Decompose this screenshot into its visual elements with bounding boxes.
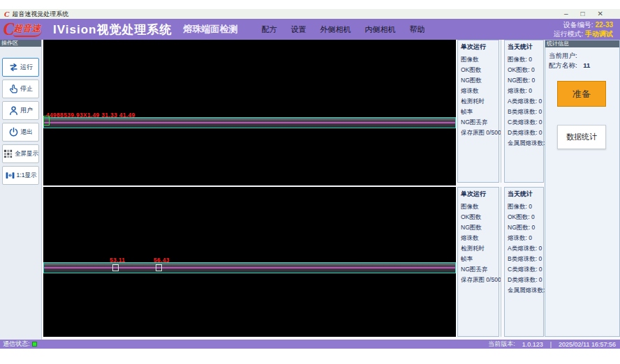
stat-row: NG图数 [461, 222, 499, 233]
device-number-label: 设备编号: [563, 21, 593, 29]
defect-marker-box [43, 116, 50, 126]
one-to-one-icon [5, 170, 15, 181]
main-area: 操作区 运行 停止 [0, 40, 620, 340]
stat-row: NG图数: 0 [508, 222, 543, 233]
fullscreen-button-label: 全屏显示 [15, 150, 38, 158]
sidebar-title: 操作区 [0, 40, 41, 47]
stat-row: OK图数: 0 [508, 212, 543, 222]
run-button-label: 运行 [20, 63, 33, 72]
stat-row: 帧率 [461, 254, 499, 264]
exit-button[interactable]: 退出 [2, 123, 39, 142]
stat-row: NG图数: 0 [508, 75, 543, 86]
menu-item[interactable]: 配方 [261, 24, 276, 35]
info-panel: 统计信息 当前用户: 配方名称: 11 准备 数据统计 [545, 40, 620, 337]
stat-row: 熔珠数: 0 [508, 86, 543, 96]
stat-row: NG图丢弃 [461, 117, 499, 128]
comm-status-led-icon [32, 342, 37, 347]
prepare-button[interactable]: 准备 [557, 81, 606, 107]
stat-row: C类熔珠数: 0 [508, 117, 543, 128]
brand-logo: C 超音速 [3, 20, 53, 38]
defect-marker-box [112, 264, 119, 271]
stat-row: 金属屑熔珠数: 0 [508, 138, 543, 149]
user-button[interactable]: 用户 [2, 101, 39, 120]
status-bar: 通信状态: 当前版本: 1.0.123 | 2025/02/11 16:57:5… [0, 340, 620, 349]
stat-row: OK图数: 0 [508, 65, 543, 75]
stat-row: 金属屑熔珠数: 0 [508, 285, 543, 296]
stat-row: 保存原图 0/500 [461, 128, 499, 138]
menu-item[interactable]: 帮助 [409, 24, 425, 35]
stat-row: D类熔珠数: 0 [508, 128, 543, 138]
version-value: 1.0.123 [522, 341, 543, 348]
stat-row: 熔珠数 [461, 86, 499, 96]
stat-row: NG图丢弃 [461, 264, 499, 275]
strip-detection-box [43, 117, 456, 128]
operation-sidebar: 操作区 运行 停止 [0, 40, 42, 340]
menu-item[interactable]: 外侧相机 [320, 24, 350, 35]
panel-splitter[interactable] [501, 187, 501, 337]
strip-centerline [44, 122, 455, 123]
run-button[interactable]: 运行 [2, 58, 39, 77]
fullscreen-icon [3, 149, 13, 159]
current-user-label: 当前用户: [549, 52, 577, 59]
page-subtitle: 熔珠端面检测 [183, 23, 237, 36]
comm-status-label: 通信状态: [3, 340, 30, 349]
maximize-button[interactable]: □ [581, 9, 585, 19]
hand-stop-icon [8, 84, 19, 94]
stop-button-label: 停止 [20, 84, 33, 93]
info-panel-title: 统计信息 [545, 40, 619, 47]
stat-row: 保存原图 0/500 [461, 275, 499, 285]
window-title: 超音速视觉处理系统 [12, 10, 68, 19]
close-button[interactable]: ✕ [598, 9, 603, 19]
stat-row: OK图数 [461, 65, 499, 75]
device-number-value: 22-33 [595, 21, 613, 29]
inner-camera-viewport[interactable]: 53.11 56.43 [43, 187, 456, 337]
single-run-groupbox: 单次运行 图像数OK图数NG图数熔珠数检测耗时帧率NG图丢弃保存原图 0/500 [457, 187, 499, 337]
recipe-name-label: 配方名称: [549, 61, 577, 69]
minimize-button[interactable]: – [564, 9, 568, 19]
groupbox-title: 单次运行 [461, 190, 499, 199]
run-mode-value: 手动调试 [585, 30, 613, 38]
single-run-groupbox: 单次运行 图像数OK图数NG图数熔珠数检测耗时帧率NG图丢弃保存原图 0/500 [457, 40, 499, 183]
brand-name: 超音速 [13, 22, 42, 37]
stats-section-top: 单次运行 图像数OK图数NG图数熔珠数检测耗时帧率NG图丢弃保存原图 0/500… [457, 40, 544, 183]
stat-row: 图像数: 0 [508, 54, 543, 65]
stat-row: 图像数 [461, 202, 499, 212]
stat-row: A类熔珠数: 0 [508, 243, 543, 254]
stat-row: 帧率 [461, 107, 499, 117]
one-to-one-button-label: 1:1显示 [17, 172, 37, 180]
camera-viewports: 44988539.93X1.49 31.33 41.49 53.11 56.43 [43, 40, 456, 337]
recipe-name-value: 11 [583, 61, 590, 69]
today-stats-groupbox: 当天统计 图像数: 0OK图数: 0NG图数: 0熔珠数: 0A类熔珠数: 0B… [504, 40, 544, 183]
stat-row: B类熔珠数: 0 [508, 254, 543, 264]
stat-row: 检测耗时 [461, 243, 499, 254]
strip-detection-box [43, 262, 456, 273]
data-statistics-button[interactable]: 数据统计 [557, 125, 606, 149]
stat-row: 熔珠数: 0 [508, 233, 543, 243]
exit-button-label: 退出 [20, 128, 33, 137]
menu-item[interactable]: 内侧相机 [364, 24, 395, 35]
app-window: C 超音速视觉处理系统 – □ ✕ C 超音速 IVision视觉处理系统 熔珠… [0, 0, 620, 364]
titlebar: C 超音速视觉处理系统 – □ ✕ [0, 9, 620, 19]
user-icon [8, 105, 19, 116]
power-icon [8, 127, 19, 137]
panel-splitter[interactable] [501, 40, 501, 183]
today-stats-groupbox: 当天统计 图像数: 0OK图数: 0NG图数: 0熔珠数: 0A类熔珠数: 0B… [504, 187, 544, 337]
app-header: C 超音速 IVision视觉处理系统 熔珠端面检测 配方设置外侧相机内侧相机帮… [0, 19, 620, 40]
one-to-one-button[interactable]: 1:1显示 [2, 166, 39, 185]
page-title: IVision视觉处理系统 [53, 22, 172, 38]
datetime-value: 2025/02/11 16:57:56 [559, 341, 616, 348]
app-logo-icon: C [4, 10, 9, 18]
fullscreen-button[interactable]: 全屏显示 [2, 144, 39, 163]
stat-row: B类熔珠数: 0 [508, 107, 543, 117]
stat-row: NG图数 [461, 75, 499, 86]
stat-row: 图像数 [461, 54, 499, 65]
menu-item[interactable]: 设置 [290, 24, 306, 35]
stats-section-bottom: 单次运行 图像数OK图数NG图数熔珠数检测耗时帧率NG图丢弃保存原图 0/500… [457, 187, 544, 337]
run-mode-label: 运行模式: [553, 30, 583, 38]
stop-button[interactable]: 停止 [2, 79, 39, 98]
outer-camera-viewport[interactable]: 44988539.93X1.49 31.33 41.49 [43, 40, 456, 185]
status-separator: | [550, 341, 552, 348]
menu-bar: 配方设置外侧相机内侧相机帮助 [261, 24, 425, 35]
version-label: 当前版本: [488, 340, 515, 349]
brand-swoosh-icon: C [3, 20, 15, 38]
